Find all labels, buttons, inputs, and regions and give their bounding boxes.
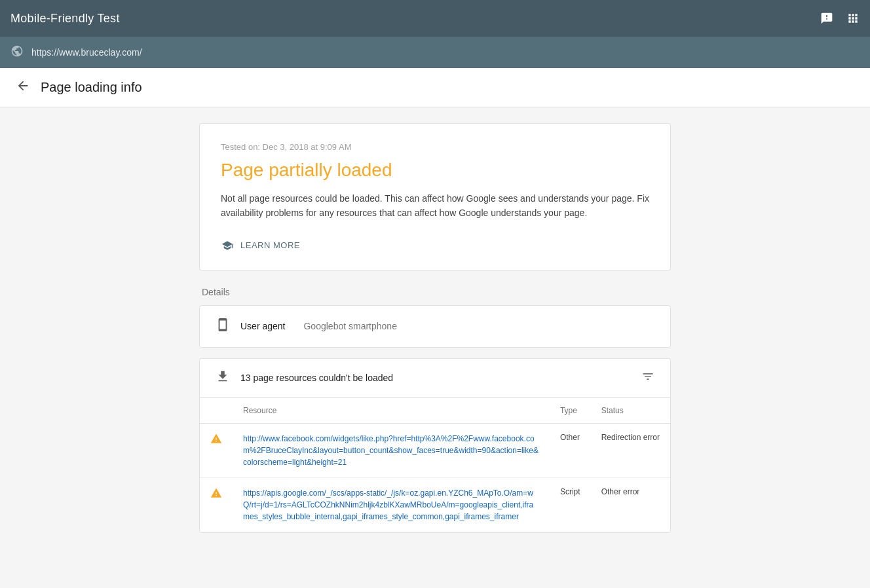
back-button[interactable]: [16, 79, 30, 96]
warning-icon: [210, 490, 222, 501]
phone-icon: [216, 318, 230, 335]
feedback-icon[interactable]: [820, 12, 833, 25]
url-text: https://www.bruceclay.com/: [31, 47, 142, 58]
user-agent-card: User agent Googlebot smartphone: [199, 305, 671, 348]
details-section: Details User agent Googlebot smartphone …: [199, 287, 671, 533]
user-agent-label: User agent: [240, 321, 285, 331]
user-agent-value: Googlebot smartphone: [303, 321, 396, 331]
resource-type-cell: Script: [550, 477, 591, 532]
graduation-cap-icon: [221, 239, 234, 252]
url-bar: https://www.bruceclay.com/: [0, 37, 870, 68]
learn-more-label: LEARN MORE: [240, 240, 300, 250]
filter-icon[interactable]: [641, 370, 654, 386]
header: Mobile-Friendly Test: [0, 0, 870, 37]
resource-type: Script: [560, 487, 580, 496]
col-icon-header: [200, 398, 233, 424]
resource-url-cell: http://www.facebook.com/widgets/like.php…: [233, 423, 550, 477]
resource-url-cell: https://apis.google.com/_/scs/apps-stati…: [233, 477, 550, 532]
status-title: Page partially loaded: [221, 160, 649, 181]
page-title: Page loading info: [41, 80, 142, 95]
resource-status: Redirection error: [601, 433, 660, 442]
download-icon: [216, 369, 230, 387]
resources-card: 13 page resources couldn't be loaded Res…: [199, 358, 671, 533]
status-description: Not all page resources could be loaded. …: [221, 191, 649, 221]
resource-table: Resource Type Status http://www.facebook…: [200, 398, 670, 532]
status-card: Tested on: Dec 3, 2018 at 9:09 AM Page p…: [199, 123, 671, 271]
resource-url: http://www.facebook.com/widgets/like.php…: [243, 434, 539, 467]
main-content: Tested on: Dec 3, 2018 at 9:09 AM Page p…: [0, 107, 870, 588]
resource-status: Other error: [601, 487, 640, 496]
details-label: Details: [199, 287, 671, 297]
globe-icon: [10, 45, 24, 61]
table-row: https://apis.google.com/_/scs/apps-stati…: [200, 477, 670, 532]
learn-more-link[interactable]: LEARN MORE: [221, 239, 649, 252]
warning-icon: [210, 435, 222, 447]
app-title: Mobile-Friendly Test: [10, 12, 120, 26]
resource-status-cell: Other error: [591, 477, 670, 532]
resources-title: 13 page resources couldn't be loaded: [240, 373, 631, 383]
warn-cell: [200, 423, 233, 477]
tested-on-text: Tested on: Dec 3, 2018 at 9:09 AM: [221, 142, 649, 152]
resource-type: Other: [560, 433, 580, 442]
table-row: http://www.facebook.com/widgets/like.php…: [200, 423, 670, 477]
col-status-header: Status: [591, 398, 670, 424]
content-wrapper: Tested on: Dec 3, 2018 at 9:09 AM Page p…: [199, 123, 671, 533]
header-icons: [820, 12, 860, 25]
resource-status-cell: Redirection error: [591, 423, 670, 477]
resource-type-cell: Other: [550, 423, 591, 477]
resources-header: 13 page resources couldn't be loaded: [200, 359, 670, 398]
resource-url: https://apis.google.com/_/scs/apps-stati…: [243, 488, 533, 521]
warn-cell: [200, 477, 233, 532]
page-title-bar: Page loading info: [0, 68, 870, 107]
col-resource-header: Resource: [233, 398, 550, 424]
col-type-header: Type: [550, 398, 591, 424]
apps-icon[interactable]: [846, 12, 860, 25]
